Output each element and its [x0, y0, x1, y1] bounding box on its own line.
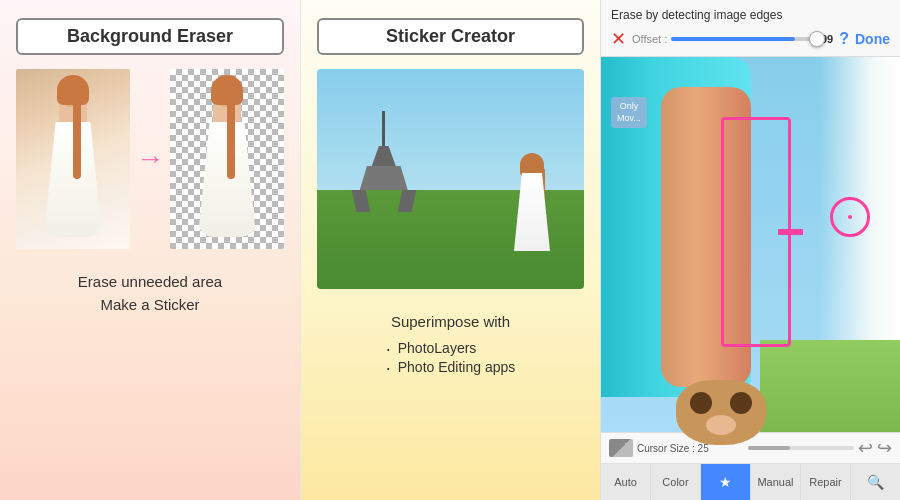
panel-sticker-creator: Sticker Creator — [300, 0, 600, 500]
eiffel-tower — [354, 111, 414, 212]
offset-slider-thumb[interactable] — [809, 31, 825, 47]
offset-slider-track[interactable] — [671, 37, 817, 41]
tab-star[interactable]: ★ — [701, 464, 751, 500]
eiffel-antenna — [382, 111, 385, 146]
panel1-description: Erase unneeded area Make a Sticker — [78, 271, 222, 316]
offset-label: Offset : — [632, 33, 667, 45]
bride-hair-long — [73, 99, 81, 179]
cutout-bride-image — [170, 69, 284, 249]
redo-button[interactable]: ↪ — [877, 437, 892, 459]
undo-button[interactable]: ↩ — [858, 437, 873, 459]
bride-sticker-on-scene — [512, 156, 552, 256]
panel2-feature-2: Photo Editing apps — [386, 359, 516, 375]
bride-figure-cutout — [197, 79, 257, 249]
brush-swatch — [609, 439, 633, 457]
tab-color[interactable]: Color — [651, 464, 701, 500]
mode-tabs-bar: Auto Color ★ Manual Repair 🔍 — [601, 464, 900, 500]
help-button[interactable]: ? — [839, 30, 849, 48]
done-button[interactable]: Done — [855, 31, 890, 47]
tab-manual[interactable]: Manual — [751, 464, 801, 500]
panel2-title: Sticker Creator — [317, 18, 584, 55]
close-button[interactable]: ✕ — [611, 28, 626, 50]
editor-header: Erase by detecting image edges ✕ Offset … — [601, 0, 900, 57]
only-move-label: OnlyMov... — [611, 97, 647, 128]
bride-hair-long-cutout — [227, 99, 235, 179]
panel2-superimpose-label: Superimpose with — [391, 313, 510, 330]
panel1-line2: Make a Sticker — [100, 296, 199, 313]
eiffel-leg-left — [351, 190, 370, 212]
tab-repair-label: Repair — [809, 476, 841, 488]
sticker-composite-image — [317, 69, 584, 289]
tab-manual-label: Manual — [757, 476, 793, 488]
eiffel-mid-section — [360, 166, 408, 190]
sticker-scene — [317, 69, 584, 289]
arrow-icon: → — [136, 143, 164, 175]
tab-color-label: Color — [662, 476, 688, 488]
eiffel-leg-right — [397, 190, 416, 212]
eiffel-top-section — [372, 146, 396, 166]
tab-repair[interactable]: Repair — [801, 464, 851, 500]
bear-eye-right — [730, 392, 752, 414]
tab-search[interactable]: 🔍 — [851, 464, 900, 500]
panel2-feature-1: PhotoLayers — [386, 340, 516, 356]
editor-title: Erase by detecting image edges — [611, 8, 890, 22]
panel-edge-editor: Erase by detecting image edges ✕ Offset … — [600, 0, 900, 500]
panel2-main-text: Superimpose with — [391, 311, 510, 334]
bear-emoji-sticker — [656, 380, 786, 460]
offset-slider-area: Offset : 99 — [632, 33, 833, 45]
bride-head-cutout — [215, 79, 239, 107]
bear-eye-left — [690, 392, 712, 414]
offset-slider-fill — [671, 37, 795, 41]
panel1-images-row: → — [16, 69, 284, 249]
bear-muzzle — [706, 415, 736, 435]
panel-background-eraser: Background Eraser → — [0, 0, 300, 500]
original-bride-image — [16, 69, 130, 249]
bride-figure-original — [43, 79, 103, 249]
selection-handle[interactable] — [778, 229, 803, 235]
tab-auto-label: Auto — [614, 476, 637, 488]
panel1-title: Background Eraser — [16, 18, 284, 55]
tab-search-icon: 🔍 — [867, 474, 884, 490]
editor-toolbar: ✕ Offset : 99 ? Done — [611, 28, 890, 50]
tool-cursor — [830, 197, 870, 237]
bear-body — [676, 380, 766, 445]
bride-head — [61, 79, 85, 107]
panel1-line1: Erase unneeded area — [78, 273, 222, 290]
tab-star-icon: ★ — [719, 474, 732, 490]
eiffel-legs — [354, 190, 414, 212]
tab-auto[interactable]: Auto — [601, 464, 651, 500]
panel2-features-list: PhotoLayers Photo Editing apps — [386, 340, 516, 378]
selection-box[interactable] — [721, 117, 791, 347]
